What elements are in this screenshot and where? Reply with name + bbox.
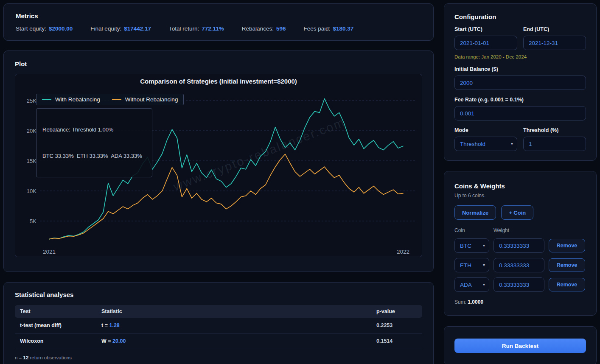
metric-value: 596 bbox=[276, 25, 286, 32]
fee-rate-input[interactable] bbox=[454, 106, 586, 120]
initial-balance-label: Initial Balance ($) bbox=[454, 66, 586, 72]
start-date-field: Start (UTC) bbox=[454, 20, 517, 50]
end-date-field: End (UTC) bbox=[523, 20, 586, 50]
metric-label: Fees paid: bbox=[303, 25, 330, 32]
sample-size-footnote: n = 12 return observations bbox=[15, 355, 422, 360]
metric-label: Start equity: bbox=[16, 25, 46, 32]
end-date-input[interactable] bbox=[523, 36, 586, 50]
configuration-card: Configuration Start (UTC) End (UTC) Data… bbox=[444, 3, 597, 161]
rebalance-annotation: Rebalance: Threshold 1.00% BTC 33.33% ET… bbox=[36, 108, 152, 177]
stat-letter: t bbox=[101, 322, 103, 328]
threshold-label: Threshold (%) bbox=[523, 127, 586, 133]
remove-coin-button-eth[interactable]: Remove bbox=[549, 258, 585, 272]
coin-column-headers: Coin Weight bbox=[454, 227, 586, 233]
chart-title: Comparison of Strategies (Initial invest… bbox=[15, 78, 422, 85]
coins-subtitle: Up to 6 coins. bbox=[454, 193, 586, 199]
y-tick-label: 15K bbox=[27, 158, 36, 164]
p-value: 0.1514 bbox=[371, 338, 422, 344]
annotation-weights: BTC 33.33% ETH 33.33% ADA 33.33% bbox=[42, 153, 146, 159]
metric-total-return: Total return:772.11% bbox=[169, 25, 224, 32]
coin-select-btc[interactable]: BTC ▾ bbox=[454, 238, 489, 253]
metric-fees-paid: Fees paid:$180.37 bbox=[303, 25, 353, 32]
legend-item-with-rebalancing: With Rebalancing bbox=[42, 96, 100, 103]
equity-chart-panel: 5K10K15K20K25K20212022 Comparison of Str… bbox=[15, 74, 422, 257]
legend-item-without-rebalancing: Without Rebalancing bbox=[112, 96, 178, 103]
metric-label: Total return: bbox=[169, 25, 199, 32]
add-coin-button[interactable]: + Coin bbox=[501, 205, 533, 220]
initial-balance-input[interactable] bbox=[454, 76, 586, 90]
y-tick-label: 25K bbox=[27, 98, 36, 104]
table-row-wilcoxon: Wilcoxon W = 20.00 0.1514 bbox=[15, 333, 422, 349]
coins-weights-title: Coins & Weights bbox=[454, 182, 586, 190]
coin-row-eth: ETH ▾ Remove bbox=[454, 258, 586, 272]
configuration-title: Configuration bbox=[454, 13, 586, 20]
start-date-input[interactable] bbox=[454, 36, 517, 50]
y-tick-label: 10K bbox=[27, 188, 36, 194]
normalize-button[interactable]: Normalize bbox=[454, 205, 496, 220]
main-column: Metrics Start equity:$2000.00 Final equi… bbox=[3, 3, 434, 364]
coin-row-ada: ADA ▾ Remove bbox=[454, 277, 586, 292]
n-value: 12 bbox=[23, 355, 29, 360]
stat-number: 20.00 bbox=[112, 338, 126, 344]
chevron-down-icon: ▾ bbox=[511, 141, 513, 146]
annotation-threshold: Rebalance: Threshold 1.00% bbox=[42, 126, 146, 133]
coins-weights-card: Coins & Weights Up to 6 coins. Normalize… bbox=[444, 171, 597, 316]
coin-row-btc: BTC ▾ Remove bbox=[454, 238, 586, 253]
coins-actions-row: Normalize + Coin bbox=[454, 205, 586, 220]
metric-final-equity: Final equity:$17442.17 bbox=[90, 25, 151, 32]
app-root: Metrics Start equity:$2000.00 Final equi… bbox=[0, 0, 600, 364]
metric-value: 772.11% bbox=[202, 25, 224, 32]
test-name: t-test (mean diff) bbox=[15, 322, 96, 328]
metric-start-equity: Start equity:$2000.00 bbox=[16, 25, 73, 32]
stat-equals: = bbox=[105, 322, 108, 328]
sidebar-column: Configuration Start (UTC) End (UTC) Data… bbox=[444, 3, 597, 364]
stats-table: Test Statistic p-value t-test (mean diff… bbox=[15, 305, 422, 349]
mode-select-value: Threshold bbox=[460, 141, 485, 147]
p-value: 0.2253 bbox=[371, 322, 422, 328]
orange-line-swatch-icon bbox=[112, 99, 121, 100]
n-equals: = bbox=[19, 355, 22, 360]
end-date-label: End (UTC) bbox=[523, 26, 586, 32]
metrics-row: Start equity:$2000.00 Final equity:$1744… bbox=[16, 25, 421, 32]
stat-letter: W bbox=[101, 338, 107, 344]
table-row-t-test: t-test (mean diff) t = 1.28 0.2253 bbox=[15, 318, 422, 333]
stat-number: 1.28 bbox=[109, 322, 119, 328]
mode-select[interactable]: Threshold ▾ bbox=[454, 137, 517, 151]
legend-label: Without Rebalancing bbox=[125, 96, 178, 103]
weight-input-btc[interactable] bbox=[493, 238, 544, 253]
weight-column-label: Weight bbox=[493, 227, 509, 233]
stat-equals: = bbox=[108, 338, 111, 344]
weight-input-eth[interactable] bbox=[493, 258, 544, 272]
coin-select-eth[interactable]: ETH ▾ bbox=[454, 258, 489, 272]
plot-title: Plot bbox=[15, 60, 422, 67]
metric-value: $17442.17 bbox=[124, 25, 151, 32]
mode-threshold-row: Mode Threshold ▾ Threshold (%) bbox=[454, 120, 586, 151]
threshold-input[interactable] bbox=[523, 137, 586, 151]
plot-card: Plot 5K10K15K20K25K20212022 Comparison o… bbox=[3, 50, 434, 272]
column-header-p-value: p-value bbox=[371, 308, 422, 314]
x-tick-label: 2022 bbox=[397, 249, 409, 255]
metric-rebalances: Rebalances:596 bbox=[242, 25, 286, 32]
weights-sum: Sum: 1.0000 bbox=[454, 299, 586, 305]
fee-rate-label: Fee Rate (e.g. 0.001 = 0.1%) bbox=[454, 97, 586, 103]
metrics-title: Metrics bbox=[16, 12, 421, 20]
statistic-value: t = 1.28 bbox=[96, 322, 371, 328]
coin-column-label: Coin bbox=[454, 227, 493, 233]
run-backtest-button[interactable]: Run Backtest bbox=[454, 339, 586, 353]
chevron-down-icon: ▾ bbox=[483, 282, 485, 287]
column-header-test: Test bbox=[15, 308, 96, 314]
weight-input-ada[interactable] bbox=[493, 277, 544, 292]
mode-field: Mode Threshold ▾ bbox=[454, 120, 517, 151]
remove-coin-button-btc[interactable]: Remove bbox=[549, 239, 585, 252]
remove-coin-button-ada[interactable]: Remove bbox=[549, 278, 585, 291]
coin-select-value: ETH bbox=[460, 262, 471, 269]
mode-label: Mode bbox=[454, 127, 517, 133]
chevron-down-icon: ▾ bbox=[483, 263, 485, 267]
teal-line-swatch-icon bbox=[42, 99, 51, 100]
column-header-statistic: Statistic bbox=[96, 308, 371, 314]
coin-select-value: BTC bbox=[460, 243, 471, 249]
coin-select-ada[interactable]: ADA ▾ bbox=[454, 277, 489, 292]
test-name: Wilcoxon bbox=[15, 338, 96, 344]
y-tick-label: 20K bbox=[27, 128, 36, 134]
metrics-card: Metrics Start equity:$2000.00 Final equi… bbox=[3, 3, 434, 41]
